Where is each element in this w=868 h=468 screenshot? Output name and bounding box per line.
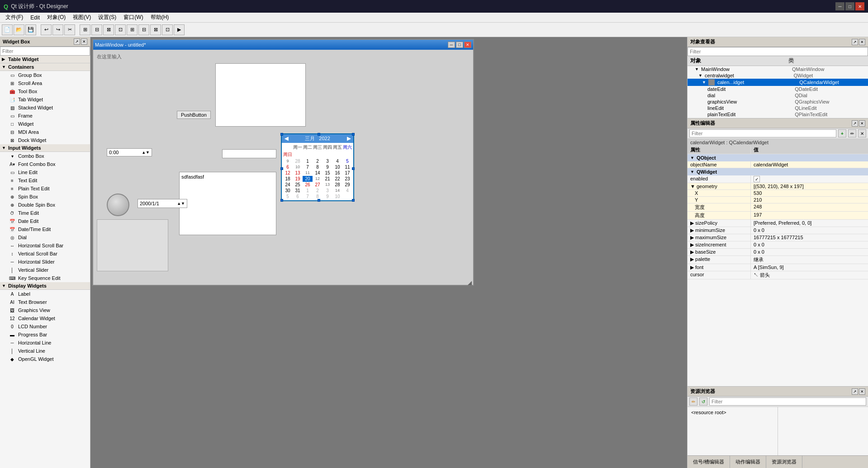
toolbar-layout6[interactable]: ⊟ [138,24,149,35]
prop-sizeincrement[interactable]: ▶ sizeIncrement 0 x 0 [688,241,868,249]
prop-objectname[interactable]: objectName calendarWidget [688,161,868,168]
prop-section-qobject[interactable]: ▼ QObject [688,154,868,161]
cal-day[interactable]: 4 [332,158,342,164]
text-area-widget[interactable]: sdfasdfasf [179,172,276,235]
widget-opengl[interactable]: ◆OpenGL Widget [0,355,90,363]
widget-progress-bar[interactable]: ▬Progress Bar [0,331,90,339]
category-containers[interactable]: ▼ Containers [0,63,90,71]
toolbar-layout4[interactable]: ⊡ [115,24,126,35]
widget-hslider[interactable]: ─Horizontal Slider [0,258,90,266]
widget-vslider[interactable]: │Vertical Slider [0,266,90,274]
cal-day[interactable]: 1 [303,188,313,194]
prop-cursor[interactable]: cursor ↖ 箭头 [688,271,868,279]
obj-row-central[interactable]: ▼ centralwidget QWidget [688,72,868,79]
toolbar-layout7[interactable]: ⊠ [150,24,161,35]
cal-day[interactable]: 3 [323,158,332,164]
resize-handle-br[interactable] [352,199,355,202]
menu-edit[interactable]: Edit [27,14,43,22]
obj-row-mainwindow[interactable]: ▼ MainWindow QMainWindow [688,66,868,72]
prop-width[interactable]: 宽度 248 [688,203,868,212]
widget-calendar-widget[interactable]: 12Calendar Widget [0,314,90,322]
widget-box-float[interactable]: ↗ [74,38,80,45]
prop-y[interactable]: Y 210 [688,197,868,203]
cal-day[interactable]: 9 [323,164,332,170]
widget-vline[interactable]: │Vertical Line [0,347,90,355]
line-edit-widget[interactable] [222,149,276,158]
prop-close[interactable]: ✕ [859,120,865,127]
widget-text-edit[interactable]: ≡Text Edit [0,176,90,184]
cal-day[interactable]: 2 [313,158,323,164]
menu-help[interactable]: 帮助(H) [147,13,173,22]
widget-time-edit[interactable]: ⏱Time Edit [0,209,90,217]
widget-text-browser[interactable]: AIText Browser [0,298,90,306]
prop-maxsize[interactable]: ▶ maximumSize 16777215 x 16777215 [688,234,868,241]
qt-canvas[interactable]: 在这里输入 PushButton 0:00 ▲▼ sdfasdfasf [93,50,473,285]
cal-day[interactable]: 6 [283,164,293,170]
resource-reload-btn[interactable]: ↺ [699,397,707,406]
resize-handle-bm[interactable] [318,199,320,202]
toolbar-open[interactable]: 📂 [14,24,24,35]
widget-group-box[interactable]: ▭Group Box [0,71,90,79]
push-button[interactable]: PushButton [177,111,211,119]
widget-scroll-area[interactable]: ⊞Scroll Area [0,79,90,87]
cal-day[interactable]: 20 [303,176,313,182]
cal-day[interactable]: 17 [342,170,352,176]
toolbar-layout2[interactable]: ⊟ [91,24,102,35]
prop-filter-input[interactable] [689,129,836,137]
resource-filter-input[interactable] [709,397,866,406]
menu-view[interactable]: 视图(V) [69,13,95,22]
prop-x[interactable]: X 530 [688,190,868,197]
widget-combo-box[interactable]: ▾Combo Box [0,152,90,160]
cal-day[interactable]: 24 [283,182,293,188]
prop-basesize[interactable]: ▶ baseSize 0 x 0 [688,249,868,256]
obj-row-graphicsview[interactable]: graphicsView QGraphicsView [688,99,868,105]
obj-inspector-filter[interactable] [688,47,868,56]
cal-day[interactable]: 12 [283,170,293,176]
cal-day[interactable]: 15 [323,170,332,176]
cal-day[interactable]: 9 [323,194,332,199]
cal-day[interactable]: 6 [293,194,303,199]
prop-add[interactable]: + [838,129,846,137]
widget-frame[interactable]: ▭Frame [0,112,90,120]
prop-font[interactable]: ▶ font A [SimSun, 9] [688,264,868,271]
widget-hline[interactable]: ─Horizontal Line [0,339,90,347]
maximize-button[interactable]: □ [845,2,854,10]
cal-day[interactable]: 27 [313,182,323,188]
menu-file[interactable]: 文件(F) [2,13,27,22]
toolbar-layout1[interactable]: ⊞ [80,24,90,35]
resize-handle-tr[interactable] [352,133,355,136]
resize-handle-mr[interactable] [352,167,355,170]
widget-box-close[interactable]: ✕ [81,38,87,45]
resource-close[interactable]: ✕ [859,388,865,395]
prop-clear[interactable]: ✕ [858,129,866,137]
prop-minsize[interactable]: ▶ minimumSize 0 x 0 [688,227,868,234]
cal-day[interactable]: 7 [303,164,313,170]
obj-row-dateedit[interactable]: dateEdit QDateEdit [688,86,868,92]
toolbar-redo[interactable]: ↪ [52,24,63,35]
toolbar-preview[interactable]: ▶ [174,24,185,35]
widget-dial[interactable]: ◎Dial [0,233,90,241]
cal-day[interactable]: 21 [323,176,332,182]
prop-float[interactable]: ↗ [852,120,858,127]
cal-day[interactable]: 10 [332,164,342,170]
category-display-widgets[interactable]: ▼ Display Widgets [0,282,90,290]
cal-day[interactable]: 22 [332,176,342,182]
widget-font-combo-box[interactable]: A▾Font Combo Box [0,160,90,168]
qt-maximize[interactable]: □ [456,42,463,48]
obj-row-plaintextedit[interactable]: plainTextEdit QPlainTextEdit [688,111,868,118]
widget-double-spin-box[interactable]: ⊕Double Spin Box [0,201,90,209]
cal-day[interactable]: 11 [342,164,352,170]
prop-enabled[interactable]: enabled ✓ [688,175,868,183]
cal-day[interactable]: 5 [283,194,293,199]
obj-row-calendar[interactable]: ▼ calen...idget QCalendarWidget [688,79,868,86]
toolbar-new[interactable]: 📄 [2,24,13,35]
widget-mdi-area[interactable]: ⊟MDI Area [0,128,90,136]
obj-row-dial[interactable]: dial QDial [688,92,868,99]
cal-day[interactable]: 1 [303,158,313,164]
toolbar-cut[interactable]: ✂ [64,24,75,35]
cal-day[interactable]: 23 [342,176,352,182]
cal-day[interactable]: 25 [293,182,303,188]
widget-plain-text-edit[interactable]: ≡Plain Text Edit [0,184,90,193]
category-table-widget[interactable]: ▶ Table Widget [0,56,90,63]
cal-day[interactable]: 5 [342,158,352,164]
